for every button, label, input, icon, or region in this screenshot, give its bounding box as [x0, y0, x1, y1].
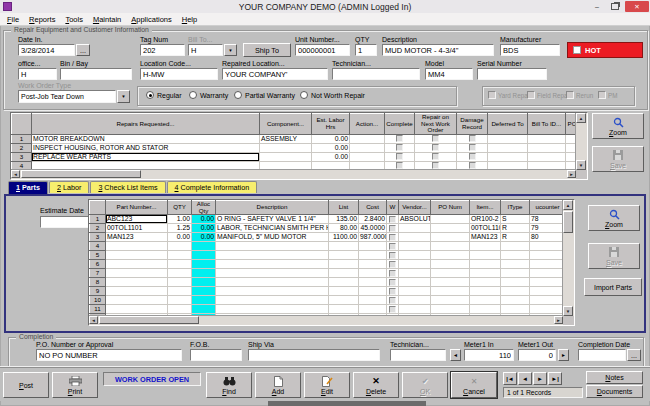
serial-number-field[interactable]	[477, 68, 547, 80]
bin-bay-field[interactable]	[60, 68, 132, 80]
meter1-in-field[interactable]	[464, 349, 514, 361]
restore-button[interactable]	[607, 1, 623, 12]
parts-save-button[interactable]: Save	[588, 243, 640, 269]
warranty-checkbox[interactable]	[389, 279, 396, 286]
parts-row[interactable]: 11	[90, 305, 566, 314]
damage-record-checkbox[interactable]	[469, 135, 476, 142]
close-button[interactable]: ✕	[625, 1, 649, 12]
scroll-up-icon[interactable]: ▲	[576, 113, 586, 123]
warranty-checkbox[interactable]	[389, 243, 396, 250]
scrollbar-thumb[interactable]	[563, 211, 573, 233]
warranty-checkbox[interactable]	[389, 216, 396, 223]
scroll-left-icon[interactable]: ◄	[11, 170, 20, 178]
parts-row[interactable]: 4	[90, 242, 566, 251]
nav-first-record-button[interactable]: |◄	[503, 372, 517, 385]
parts-row[interactable]: 200TOL11011.250.00LABOR, TECHNICIAN SMIT…	[90, 224, 566, 233]
complete-checkbox[interactable]	[396, 144, 403, 151]
minimize-button[interactable]: –	[589, 1, 605, 12]
date-in-field[interactable]	[18, 44, 75, 56]
bill-to-dropdown-button[interactable]: ▼	[224, 44, 237, 56]
repairs-vertical-scrollbar[interactable]: ▲ ▼	[575, 113, 587, 170]
scroll-left-icon[interactable]: ◄	[89, 316, 98, 324]
ship-to-button[interactable]: Ship To	[243, 43, 291, 57]
complete-checkbox[interactable]	[396, 153, 403, 160]
menu-reports[interactable]: Reports	[24, 13, 60, 26]
repairs-zoom-button[interactable]: Zoom	[592, 113, 644, 139]
nav-last-record-button[interactable]: ►|	[548, 372, 562, 385]
edit-button[interactable]: Edit	[304, 372, 350, 398]
warranty-checkbox[interactable]	[389, 252, 396, 259]
menu-maintain[interactable]: Maintain	[88, 13, 126, 26]
parts-row[interactable]: 6	[90, 260, 566, 269]
complete-checkbox[interactable]	[396, 162, 403, 169]
meter-stepper-left-button[interactable]: ◄	[450, 349, 461, 361]
scroll-right-icon[interactable]: ►	[567, 170, 576, 178]
repairs-horizontal-scrollbar[interactable]: ◄ ►	[11, 169, 576, 179]
unit-number-field[interactable]	[295, 44, 350, 56]
repairs-row[interactable]: 2INSPECT HOUSING, ROTOR AND STATOR0.00	[12, 143, 579, 152]
location-code-field[interactable]	[140, 68, 218, 80]
damage-record-checkbox[interactable]	[469, 144, 476, 151]
description-field[interactable]	[382, 44, 494, 56]
repairs-save-button[interactable]: Save	[592, 146, 644, 172]
parts-row[interactable]: 3MAN1230.000.00MANIFOLD, 5" MUD MOTOR110…	[90, 233, 566, 242]
notes-button[interactable]: Notes	[586, 371, 643, 384]
nav-next-record-button[interactable]: ►	[533, 372, 547, 385]
cancel-button[interactable]: ✕ Cancel	[451, 372, 497, 398]
pm-checkbox[interactable]	[598, 91, 606, 99]
tab-labor[interactable]: 2 Labor	[49, 181, 89, 193]
repairs-row[interactable]: 3REPLACE WEAR PARTS0.00	[12, 152, 579, 161]
repaired-location-field[interactable]	[222, 68, 328, 80]
warranty-checkbox[interactable]	[389, 225, 396, 232]
warranty-checkbox[interactable]	[389, 270, 396, 277]
tab-check-list-items[interactable]: 3 Check List Items	[90, 181, 165, 193]
work-order-type-field[interactable]	[18, 90, 116, 103]
field-repair-checkbox[interactable]	[527, 91, 535, 99]
model-field[interactable]	[425, 68, 473, 80]
parts-row[interactable]: 9	[90, 287, 566, 296]
scroll-right-icon[interactable]: ►	[554, 316, 563, 324]
repair-next-checkbox[interactable]	[432, 144, 439, 151]
documents-button[interactable]: Documents	[586, 385, 643, 398]
tab-complete-information[interactable]: 4 Complete Information	[167, 181, 258, 193]
repair-next-checkbox[interactable]	[432, 135, 439, 142]
scroll-up-icon[interactable]: ▲	[563, 200, 573, 210]
completion-date-lookup-button[interactable]: ...	[627, 349, 641, 361]
scroll-down-icon[interactable]: ▼	[563, 306, 573, 316]
repairs-row[interactable]: 1MOTOR BREAKDOWNASSEMBLY0.00	[12, 134, 579, 143]
technician-field[interactable]	[332, 68, 420, 80]
qty-field[interactable]	[355, 44, 377, 56]
parts-row[interactable]: 7	[90, 269, 566, 278]
radio-not-worth-repair[interactable]	[300, 91, 308, 99]
warranty-checkbox[interactable]	[389, 234, 396, 241]
fob-field[interactable]	[190, 349, 242, 361]
find-button[interactable]: Find	[206, 372, 252, 398]
yard-repair-checkbox[interactable]	[488, 91, 496, 99]
radio-partial-warranty[interactable]	[234, 91, 242, 99]
selected-cell[interactable]: ABC123	[106, 215, 168, 224]
damage-record-checkbox[interactable]	[469, 162, 476, 169]
add-button[interactable]: Add	[255, 372, 301, 398]
rerun-checkbox[interactable]	[566, 91, 574, 99]
work-order-type-dropdown-button[interactable]: ▼	[117, 90, 130, 103]
import-parts-button[interactable]: Import Parts	[584, 278, 642, 296]
meter1-out-field[interactable]	[518, 349, 556, 361]
hot-checkbox[interactable]	[573, 46, 581, 54]
menu-file[interactable]: File	[2, 13, 24, 26]
parts-horizontal-scrollbar[interactable]: ◄ ►	[89, 315, 563, 325]
radio-warranty[interactable]	[189, 91, 197, 99]
complete-checkbox[interactable]	[396, 135, 403, 142]
selected-cell[interactable]: REPLACE WEAR PARTS	[32, 152, 260, 161]
scrollbar-thumb[interactable]	[99, 316, 199, 324]
parts-row[interactable]: 1ABC1231.000.00O RING - SAFETY VALVE 1 1…	[90, 215, 566, 224]
delete-button[interactable]: ✕ Delete	[353, 372, 399, 398]
parts-row[interactable]: 10	[90, 296, 566, 305]
warranty-checkbox[interactable]	[389, 261, 396, 268]
date-in-lookup-button[interactable]: ...	[76, 44, 90, 56]
menu-applications[interactable]: Applications	[126, 13, 176, 26]
tag-num-field[interactable]	[140, 44, 185, 56]
parts-row[interactable]: 8	[90, 278, 566, 287]
parts-row[interactable]: 5	[90, 251, 566, 260]
menu-help[interactable]: Help	[177, 13, 202, 26]
warranty-checkbox[interactable]	[389, 297, 396, 304]
